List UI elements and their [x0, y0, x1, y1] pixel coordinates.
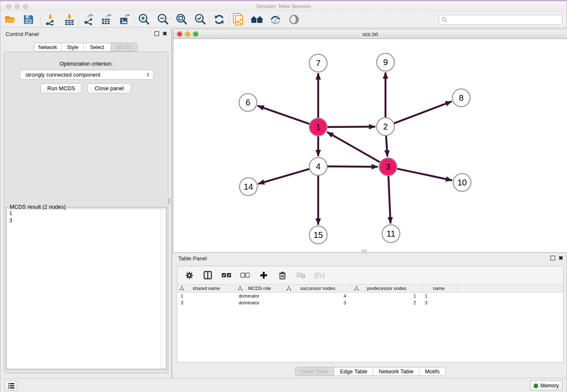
titlebar: Session: New Session: [0, 1, 567, 12]
open-session-icon[interactable]: [3, 13, 17, 26]
graph-edge[interactable]: [327, 132, 381, 163]
gear-icon: [185, 271, 193, 279]
tab-mcds[interactable]: MCDS: [111, 43, 137, 51]
tab-edge-table[interactable]: Edge Table: [334, 367, 373, 375]
tree-icon: [179, 286, 184, 291]
table-panel-header: Table Panel ✖: [173, 253, 567, 264]
graph-edge[interactable]: [388, 175, 391, 224]
table-cell[interactable]: 3: [421, 299, 456, 306]
tree-icon: [238, 286, 242, 291]
table-cell[interactable]: 2: [352, 299, 421, 306]
apply-layout-icon[interactable]: [212, 13, 226, 26]
zoom-out-icon[interactable]: [156, 13, 170, 26]
graph-node-label: 14: [244, 182, 253, 191]
graphics-details-icon[interactable]: [269, 13, 282, 26]
horizontal-splitter-handle[interactable]: [362, 250, 367, 253]
graph-edge[interactable]: [396, 168, 452, 180]
export-table-icon[interactable]: [100, 13, 113, 26]
first-neighbors-icon[interactable]: [250, 13, 264, 26]
memory-button[interactable]: Memory: [530, 381, 562, 391]
zoom-in-icon[interactable]: [137, 13, 151, 26]
magnifier-fit-icon: [175, 13, 188, 26]
table-mode-icon[interactable]: [203, 270, 213, 280]
export-network-icon[interactable]: [82, 13, 95, 26]
table-cell[interactable]: dominator: [235, 299, 284, 306]
table-cell[interactable]: 1: [177, 293, 235, 299]
float-table-panel-icon[interactable]: [550, 256, 555, 260]
graph-edge[interactable]: [258, 169, 310, 184]
mcds-tab-content: Optimization criterion: strongly connect…: [4, 52, 168, 373]
table-cell[interactable]: 4: [284, 293, 352, 299]
table-settings-gear-icon[interactable]: [184, 270, 194, 280]
content-area: Control Panel ✖ Network Style Select MCD…: [0, 28, 567, 378]
table-cell[interactable]: 1: [421, 293, 456, 299]
delete-column-icon[interactable]: [277, 270, 287, 280]
graph-edge[interactable]: [394, 102, 452, 124]
table-row[interactable]: 3dominator323: [177, 299, 563, 306]
graph-edge[interactable]: [386, 135, 387, 157]
graph-edge[interactable]: [327, 166, 378, 167]
unselect-all-columns-icon[interactable]: [240, 270, 250, 280]
close-table-panel-icon[interactable]: ✖: [559, 256, 563, 260]
tab-style[interactable]: Style: [62, 43, 84, 51]
network-canvas[interactable]: 7968124314101511: [173, 39, 567, 252]
table-row[interactable]: 1dominator411: [177, 293, 563, 299]
save-session-icon[interactable]: [22, 13, 35, 26]
open-folder-icon: [4, 14, 16, 25]
table-cell[interactable]: dominator: [235, 293, 284, 299]
magnifier-minus-icon: [157, 13, 169, 26]
network-graph: 7968124314101511: [173, 39, 567, 252]
graph-node-label: 4: [316, 162, 320, 171]
network-view-window: ✕ − + scc.txt 7968124314101511: [173, 29, 567, 253]
table-panel-tabs: Node Table Edge Table Network Table Moti…: [173, 367, 567, 376]
close-panel-icon[interactable]: ✖: [162, 31, 167, 36]
create-column-icon[interactable]: [259, 270, 269, 280]
function-builder-icon[interactable]: f(x): [314, 270, 325, 280]
tab-select[interactable]: Select: [84, 43, 111, 51]
mcds-result-scrollbar[interactable]: [160, 209, 165, 368]
criterion-select[interactable]: strongly connected component ▲▼: [20, 70, 154, 80]
column-header-shared-name[interactable]: shared name: [177, 284, 235, 293]
float-panel-icon[interactable]: [154, 31, 159, 36]
combo-stepper-icon: ▲▼: [145, 72, 151, 77]
network-window-titlebar: ✕ − + scc.txt: [173, 29, 567, 39]
export-image-icon[interactable]: [118, 13, 132, 26]
table-toolbar: f(x): [177, 266, 563, 284]
table-panel-title: Table Panel: [178, 255, 207, 262]
graph-node-label: 6: [245, 98, 250, 107]
search-input[interactable]: [449, 17, 559, 23]
import-network-icon[interactable]: [43, 13, 57, 26]
column-header-predecessor-nodes[interactable]: predecessor nodes: [352, 284, 421, 293]
column-header-mcds-role[interactable]: MCDS role: [235, 284, 284, 293]
window-title: Session: New Session: [0, 3, 567, 9]
show-hide-eye-icon[interactable]: [287, 13, 301, 26]
graph-edge[interactable]: [327, 127, 375, 127]
table-cell[interactable]: 1: [352, 293, 421, 299]
select-all-columns-icon[interactable]: [221, 270, 231, 280]
search-box: [439, 15, 562, 25]
import-table-icon[interactable]: [63, 13, 76, 26]
table-header-row: shared name MCDS role successor nodes: [177, 284, 563, 293]
task-history-button[interactable]: [5, 381, 17, 391]
eye-icon: [288, 14, 300, 25]
table-cell[interactable]: 3: [284, 299, 352, 306]
vertical-splitter-handle[interactable]: [168, 199, 172, 204]
graph-node-label: 7: [316, 58, 320, 68]
column-header-successor-nodes[interactable]: successor nodes: [284, 284, 352, 293]
delete-table-icon[interactable]: [296, 270, 306, 280]
graph-edge[interactable]: [258, 106, 310, 124]
tab-network[interactable]: Network: [34, 43, 62, 51]
copy-network-icon[interactable]: [231, 13, 245, 26]
close-panel-button[interactable]: Close panel: [87, 83, 131, 94]
run-mcds-button[interactable]: Run MCDS: [41, 83, 82, 94]
mcds-result-text[interactable]: 1 3: [7, 209, 160, 368]
tree-icon: [286, 286, 291, 291]
toolbar-separator: [134, 13, 135, 26]
tab-network-table[interactable]: Network Table: [373, 367, 419, 375]
zoom-selected-icon[interactable]: [193, 13, 207, 26]
table-cell[interactable]: 3: [177, 299, 235, 306]
column-header-name[interactable]: name: [421, 284, 456, 293]
tab-node-table[interactable]: Node Table: [295, 367, 335, 375]
tab-motifs[interactable]: Motifs: [419, 367, 445, 375]
zoom-fit-icon[interactable]: [175, 13, 188, 26]
